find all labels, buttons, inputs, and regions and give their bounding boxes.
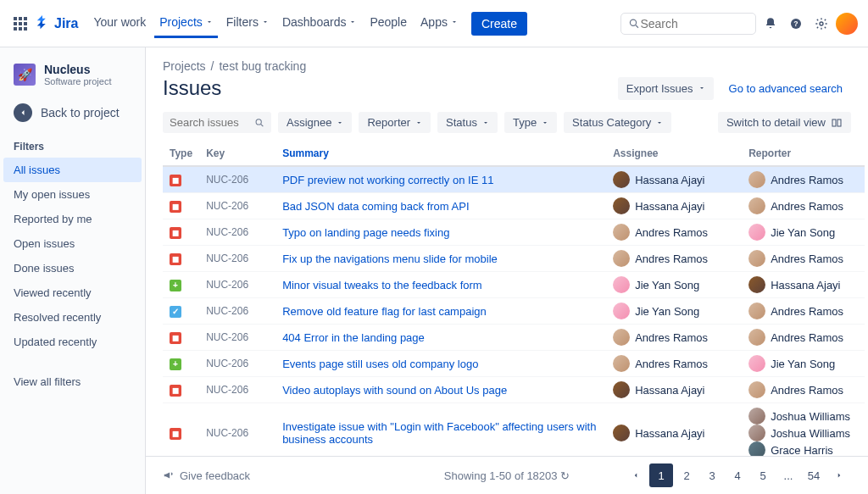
person[interactable]: Jie Yan Song xyxy=(748,355,858,372)
search-input[interactable] xyxy=(640,17,748,31)
table-row[interactable]: ◼NUC-206Fix up the navigations menu slid… xyxy=(163,246,865,272)
issue-key[interactable]: NUC-206 xyxy=(199,325,275,351)
person[interactable]: Andres Ramos xyxy=(748,171,858,188)
person[interactable]: Andres Ramos xyxy=(748,250,858,267)
table-row[interactable]: ✓NUC-206Remove old feature flag for last… xyxy=(163,298,865,325)
table-row[interactable]: ◼NUC-206PDF preview not working correctl… xyxy=(163,166,865,193)
col-type[interactable]: Type xyxy=(163,142,199,166)
issue-key[interactable]: NUC-206 xyxy=(199,246,275,272)
search-issues-box[interactable] xyxy=(163,112,271,133)
issue-summary[interactable]: Bad JSON data coming back from API xyxy=(275,193,606,219)
page-3[interactable]: 3 xyxy=(700,463,724,487)
sidebar-item-my-open-issues[interactable]: My open issues xyxy=(0,182,145,207)
table-row[interactable]: +NUC-206Events page still uses old compa… xyxy=(163,351,865,377)
person[interactable]: Andres Ramos xyxy=(613,355,735,372)
person[interactable]: Jie Yan Song xyxy=(613,303,735,319)
search-issues-input[interactable] xyxy=(170,116,254,129)
issue-key[interactable]: NUC-206 xyxy=(199,193,275,219)
person[interactable]: Andres Ramos xyxy=(613,250,735,267)
issue-summary[interactable]: 404 Error in the landing page xyxy=(275,325,606,351)
sidebar-item-updated-recently[interactable]: Updated recently xyxy=(0,330,145,354)
export-button[interactable]: Export Issues xyxy=(618,77,714,100)
view-all-filters[interactable]: View all filters xyxy=(0,369,145,394)
filter-reporter[interactable]: Reporter xyxy=(359,112,431,133)
person[interactable]: Hassana Ajayi xyxy=(613,171,735,188)
nav-people[interactable]: People xyxy=(364,8,412,38)
issue-summary[interactable]: Minor visual tweaks to the feedback form xyxy=(275,272,606,298)
table-row[interactable]: ◼NUC-206Bad JSON data coming back from A… xyxy=(163,193,865,219)
issue-summary[interactable]: PDF preview not working correctly on IE … xyxy=(275,166,606,193)
issue-summary[interactable]: Events page still uses old company logo xyxy=(275,351,606,377)
sidebar-item-reported-by-me[interactable]: Reported by me xyxy=(0,207,145,231)
nav-apps[interactable]: Apps xyxy=(415,8,463,38)
page-prev[interactable] xyxy=(624,463,648,487)
person[interactable]: Andres Ramos xyxy=(613,329,735,346)
person[interactable]: Hassana Ajayi xyxy=(613,381,735,398)
give-feedback[interactable]: Give feedback xyxy=(163,469,250,482)
issue-key[interactable]: NUC-206 xyxy=(199,272,275,298)
settings-icon[interactable] xyxy=(810,13,832,35)
issue-summary[interactable]: Fix up the navigations menu slide for mo… xyxy=(275,246,606,272)
breadcrumb-parent[interactable]: Projects xyxy=(163,59,206,73)
table-row[interactable]: ◼NUC-206Video autoplays with sound on Ab… xyxy=(163,377,865,403)
page-next[interactable] xyxy=(827,463,851,487)
table-row[interactable]: ◼NUC-206Investigate issue with "Login wi… xyxy=(163,403,865,457)
project-header[interactable]: 🚀 Nucleus Software project xyxy=(0,58,145,97)
sidebar-item-viewed-recently[interactable]: Viewed recently xyxy=(0,280,145,305)
switch-view-button[interactable]: Switch to detail view xyxy=(718,112,851,133)
person[interactable]: Hassana Ajayi xyxy=(613,197,735,214)
person[interactable]: Joshua Williams xyxy=(748,408,858,425)
issue-key[interactable]: NUC-206 xyxy=(199,298,275,325)
issue-key[interactable]: NUC-206 xyxy=(199,377,275,403)
issue-key[interactable]: NUC-206 xyxy=(199,166,275,193)
issue-summary[interactable]: Video autoplays with sound on About Us p… xyxy=(275,377,606,403)
table-row[interactable]: ◼NUC-206404 Error in the landing pageAnd… xyxy=(163,325,865,351)
page-5[interactable]: 5 xyxy=(751,463,775,487)
sidebar-item-resolved-recently[interactable]: Resolved recently xyxy=(0,305,145,330)
page-1[interactable]: 1 xyxy=(649,463,673,487)
back-to-project[interactable]: Back to project xyxy=(0,97,145,129)
create-button[interactable]: Create xyxy=(471,12,527,36)
col-key[interactable]: Key xyxy=(199,142,275,166)
search-box[interactable] xyxy=(620,13,756,35)
nav-projects[interactable]: Projects xyxy=(154,8,218,38)
person[interactable]: Jie Yan Song xyxy=(613,276,735,293)
page-54[interactable]: 54 xyxy=(802,463,826,487)
issue-key[interactable]: NUC-206 xyxy=(199,351,275,377)
issue-summary[interactable]: Investigate issue with "Login with Faceb… xyxy=(275,403,606,457)
filter-status[interactable]: Status xyxy=(437,112,498,133)
issue-summary[interactable]: Remove old feature flag for last campaig… xyxy=(275,298,606,325)
col-summary[interactable]: Summary xyxy=(275,142,606,166)
filter-type[interactable]: Type xyxy=(504,112,557,133)
advanced-search-link[interactable]: Go to advanced search xyxy=(721,77,851,100)
app-switcher-icon[interactable] xyxy=(10,14,31,34)
person[interactable]: Andres Ramos xyxy=(613,224,735,241)
page-2[interactable]: 2 xyxy=(675,463,698,487)
person[interactable]: Jie Yan Song xyxy=(748,224,858,241)
issue-key[interactable]: NUC-206 xyxy=(199,219,275,246)
table-row[interactable]: ◼NUC-206Typo on landing page needs fixin… xyxy=(163,219,865,246)
logo[interactable]: Jira xyxy=(34,15,78,32)
person[interactable]: Hassana Ajayi xyxy=(748,276,858,293)
person[interactable]: Joshua Williams xyxy=(748,425,858,441)
person[interactable]: Grace Harris xyxy=(748,441,858,456)
person[interactable]: Andres Ramos xyxy=(748,381,858,398)
sidebar-item-all-issues[interactable]: All issues xyxy=(3,158,142,182)
person[interactable]: Hassana Ajayi xyxy=(613,425,735,441)
notifications-icon[interactable] xyxy=(760,13,782,35)
user-avatar[interactable] xyxy=(836,13,858,35)
sidebar-item-open-issues[interactable]: Open issues xyxy=(0,231,145,256)
filter-status-category[interactable]: Status Category xyxy=(564,112,671,133)
help-icon[interactable]: ? xyxy=(785,13,807,35)
sidebar-item-done-issues[interactable]: Done issues xyxy=(0,256,145,280)
col-assignee[interactable]: Assignee xyxy=(606,142,742,166)
person[interactable]: Andres Ramos xyxy=(748,329,858,346)
col-reporter[interactable]: Reporter xyxy=(742,142,865,166)
nav-filters[interactable]: Filters xyxy=(221,8,274,38)
issue-key[interactable]: NUC-206 xyxy=(199,403,275,457)
nav-dashboards[interactable]: Dashboards xyxy=(277,8,362,38)
filter-assignee[interactable]: Assignee xyxy=(278,112,352,133)
issue-summary[interactable]: Typo on landing page needs fixing xyxy=(275,219,606,246)
person[interactable]: Andres Ramos xyxy=(748,303,858,319)
table-row[interactable]: +NUC-206Minor visual tweaks to the feedb… xyxy=(163,272,865,298)
